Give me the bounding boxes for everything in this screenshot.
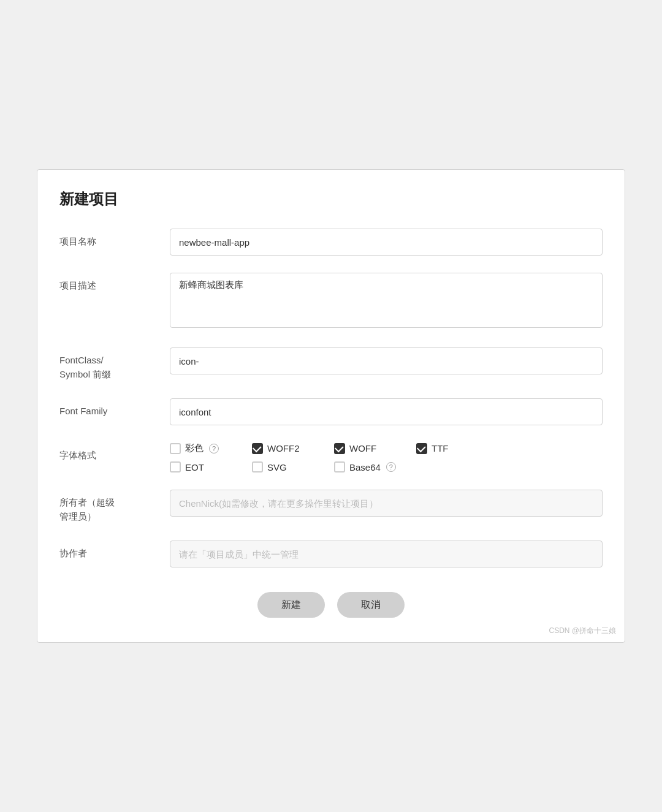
project-name-field (170, 229, 603, 256)
font-format-row: 字体格式 彩色 ? WOFF2 (59, 442, 603, 472)
project-name-row: 项目名称 (59, 229, 603, 256)
color-help-icon[interactable]: ? (209, 444, 219, 453)
cancel-button[interactable]: 取消 (337, 592, 405, 618)
checkbox-eot-box[interactable] (170, 461, 181, 472)
checkbox-woff[interactable]: WOFF (334, 443, 401, 454)
checkbox-eot[interactable]: EOT (170, 461, 237, 472)
fontclass-row: FontClass/Symbol 前缀 (59, 347, 603, 381)
font-family-input[interactable] (170, 398, 603, 425)
checkbox-color[interactable]: 彩色 ? (170, 442, 237, 454)
checkbox-woff-box[interactable] (334, 443, 345, 454)
checkbox-base64[interactable]: Base64 ? (334, 461, 401, 472)
checkbox-group: 彩色 ? WOFF2 WOFF (170, 442, 603, 472)
checkbox-base64-label: Base64 (349, 462, 381, 472)
project-name-input[interactable] (170, 229, 603, 256)
project-desc-input[interactable]: 新蜂商城图表库 (170, 273, 603, 328)
fontclass-field (170, 347, 603, 374)
checkbox-woff2-box[interactable] (252, 443, 263, 454)
button-row: 新建 取消 (59, 592, 603, 618)
project-desc-field: 新蜂商城图表库 (170, 273, 603, 330)
checkbox-color-box[interactable] (170, 443, 181, 454)
checkbox-woff-label: WOFF (349, 443, 376, 453)
font-family-label: Font Family (59, 398, 170, 419)
checkbox-svg-label: SVG (267, 462, 287, 472)
collaborator-input (170, 541, 603, 567)
collaborator-field (170, 541, 603, 567)
project-name-label: 项目名称 (59, 229, 170, 249)
checkbox-ttf-label: TTF (432, 443, 449, 453)
owner-row: 所有者（超级管理员） (59, 490, 603, 523)
fontclass-input[interactable] (170, 347, 603, 374)
font-format-label: 字体格式 (59, 442, 170, 463)
create-button[interactable]: 新建 (257, 592, 325, 618)
dialog-title: 新建项目 (59, 189, 603, 209)
owner-field (170, 490, 603, 517)
collaborator-label: 协作者 (59, 541, 170, 561)
owner-label: 所有者（超级管理员） (59, 490, 170, 523)
checkbox-ttf[interactable]: TTF (416, 443, 484, 454)
fontclass-label: FontClass/Symbol 前缀 (59, 347, 170, 381)
checkbox-eot-label: EOT (185, 462, 204, 472)
checkbox-color-label: 彩色 (185, 442, 204, 454)
checkbox-svg-box[interactable] (252, 461, 263, 472)
checkbox-row-1: 彩色 ? WOFF2 WOFF (170, 442, 603, 454)
project-desc-label: 项目描述 (59, 273, 170, 293)
font-family-row: Font Family (59, 398, 603, 425)
base64-help-icon[interactable]: ? (386, 462, 396, 472)
project-desc-row: 项目描述 新蜂商城图表库 (59, 273, 603, 330)
checkbox-ttf-box[interactable] (416, 443, 427, 454)
font-format-field: 彩色 ? WOFF2 WOFF (170, 442, 603, 472)
owner-input (170, 490, 603, 517)
checkbox-row-2: EOT SVG Base64 ? (170, 461, 603, 472)
font-family-field (170, 398, 603, 425)
checkbox-woff2-label: WOFF2 (267, 443, 300, 453)
new-project-dialog: 新建项目 项目名称 项目描述 新蜂商城图表库 FontClass/Symbol … (37, 169, 625, 643)
collaborator-row: 协作者 (59, 541, 603, 567)
checkbox-base64-box[interactable] (334, 461, 345, 472)
checkbox-woff2[interactable]: WOFF2 (252, 443, 319, 454)
watermark: CSDN @拼命十三娘 (549, 626, 616, 636)
checkbox-svg[interactable]: SVG (252, 461, 319, 472)
